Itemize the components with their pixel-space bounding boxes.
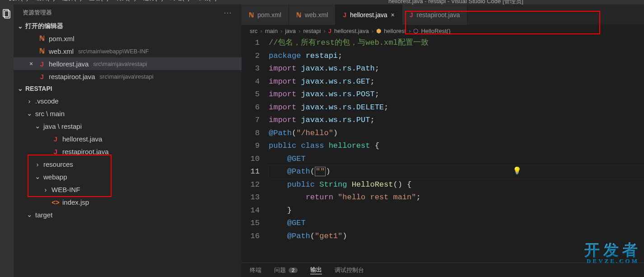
java-icon: J: [38, 73, 46, 80]
panel-tab[interactable]: 问题2: [274, 266, 298, 274]
close-icon[interactable]: ×: [391, 11, 395, 19]
breadcrumb-segment[interactable]: restapi: [303, 28, 321, 34]
folder-name: WEB-INF: [51, 186, 80, 193]
activity-bar: [0, 5, 14, 277]
file-path: src\main\webapp\WEB-INF: [78, 48, 149, 55]
open-editor-item[interactable]: Jrestapiroot.javasrc\main\java\restapi: [14, 70, 242, 83]
explorer-title: 资源管理器: [23, 9, 52, 17]
folder-name: webapp: [43, 173, 67, 181]
tree-item[interactable]: <>index.jsp: [14, 196, 242, 208]
tree-item[interactable]: ›resources: [14, 158, 242, 170]
open-editors-list: ℕpom.xmlℕweb.xmlsrc\main\webapp\WEB-INF×…: [14, 32, 242, 83]
code-line[interactable]: @Path("/hello"): [269, 127, 644, 140]
code-line[interactable]: @Path(""): [269, 165, 644, 178]
tree-item[interactable]: ›WEB-INF: [14, 183, 242, 196]
open-editor-item[interactable]: ℕpom.xml: [14, 32, 242, 45]
more-icon[interactable]: ⋯: [224, 8, 233, 18]
tree-item[interactable]: ›.vscode: [14, 94, 242, 107]
code-line[interactable]: import javax.ws.rs.GET;: [269, 75, 644, 89]
breadcrumb-segment[interactable]: src: [250, 28, 257, 34]
tree-item[interactable]: ⌄src \ main: [14, 107, 242, 120]
line-number: 13: [242, 191, 260, 204]
menu-item[interactable]: 终端(T): [170, 0, 190, 2]
tree-item[interactable]: Jhellorest.java: [14, 132, 242, 145]
menu-item[interactable]: 帮助(H): [197, 0, 217, 2]
code-line[interactable]: import javax.ws.rs.Path;: [269, 62, 644, 75]
line-number: 15: [242, 217, 260, 230]
breadcrumb-segment[interactable]: main: [265, 28, 278, 34]
tab-label: restapiroot.java: [417, 11, 460, 19]
tree-item[interactable]: ⌄java \ restapi: [14, 120, 242, 132]
panel-tab[interactable]: 终端: [250, 266, 261, 274]
file-name: pom.xml: [49, 35, 75, 42]
close-icon[interactable]: ×: [27, 60, 35, 67]
tree-item[interactable]: ⌄webapp: [14, 170, 242, 183]
tree-item[interactable]: Jrestapiroot.java: [14, 145, 242, 158]
folder-name: resources: [43, 160, 73, 168]
code-line[interactable]: import javax.ws.rs.PUT;: [269, 114, 644, 127]
lightbulb-icon[interactable]: 💡: [513, 166, 522, 175]
breadcrumb-segment[interactable]: java: [285, 28, 296, 34]
xml-icon: ℕ: [38, 34, 46, 42]
open-editor-item[interactable]: ℕweb.xmlsrc\main\webapp\WEB-INF: [14, 45, 242, 57]
code-line[interactable]: public String HelloRest() {: [269, 178, 644, 192]
folder-name: java \ restapi: [43, 122, 82, 130]
line-number: 11: [242, 165, 260, 178]
tab-label: hellorest.java: [350, 11, 387, 19]
code-line[interactable]: //包名，所有rest的包，与web.xml配置一致: [269, 37, 644, 50]
code-lines[interactable]: //包名，所有rest的包，与web.xml配置一致package restap…: [269, 37, 644, 263]
file-name: index.jsp: [62, 198, 89, 206]
chevron-icon: ⌄: [26, 109, 33, 117]
line-number: 2: [242, 50, 260, 63]
menu-item[interactable]: 转到(G): [116, 0, 136, 2]
code-line[interactable]: import javax.ws.rs.DELETE;: [269, 101, 644, 114]
breadcrumb-class[interactable]: hellorest: [384, 28, 406, 34]
code-line[interactable]: }: [269, 204, 644, 217]
line-gutter: 12345678910111213141516: [242, 37, 269, 263]
xml-icon: ℕ: [296, 11, 301, 19]
line-number: 12: [242, 178, 260, 192]
menu-item[interactable]: 运行(R): [143, 0, 163, 2]
chevron-icon: ›: [34, 160, 41, 168]
code-line[interactable]: package restapi;: [269, 50, 644, 63]
breadcrumb[interactable]: src›main›java›restapi›Jhellorest.java›⬢h…: [242, 25, 644, 37]
tree-item[interactable]: ⌄target: [14, 208, 242, 221]
editor-tab[interactable]: ℕpom.xml: [242, 5, 289, 25]
explorer-icon[interactable]: [1, 8, 12, 19]
explorer-sidebar: 资源管理器 ⋯ ⌄ 打开的编辑器 ℕpom.xmlℕweb.xmlsrc\mai…: [14, 5, 242, 277]
java-icon: J: [343, 11, 346, 19]
panel-tab[interactable]: 调试控制台: [335, 266, 364, 274]
tab-label: web.xml: [305, 11, 328, 19]
code-line[interactable]: @GET: [269, 217, 644, 230]
breadcrumb-method[interactable]: HelloRest(): [421, 28, 450, 34]
code-line[interactable]: public class hellorest {: [269, 140, 644, 153]
code-line[interactable]: @Path("get1"): [269, 230, 644, 243]
code-editor[interactable]: 12345678910111213141516 //包名，所有rest的包，与w…: [242, 37, 644, 263]
chevron-down-icon: ⌄: [17, 85, 23, 92]
chevron-icon: ›: [26, 97, 33, 105]
project-name: RESTAPI: [25, 85, 52, 92]
menu-item[interactable]: 文件(F): [9, 0, 28, 2]
menu-item[interactable]: 选择(S): [62, 0, 82, 2]
line-number: 6: [242, 101, 260, 114]
code-line[interactable]: @GET: [269, 153, 644, 166]
open-editors-header[interactable]: ⌄ 打开的编辑器: [14, 20, 242, 32]
line-number: 8: [242, 127, 260, 140]
menu-item[interactable]: 查看(V): [89, 0, 108, 2]
code-line[interactable]: return "hello rest main";: [269, 191, 644, 204]
breadcrumb-file[interactable]: hellorest.java: [334, 28, 369, 34]
panel-tab[interactable]: 输出: [310, 266, 322, 274]
project-header[interactable]: ⌄ RESTAPI: [14, 83, 242, 94]
chevron-right-icon: ›: [299, 28, 300, 34]
chevron-icon: ⌄: [26, 211, 33, 219]
menu-item[interactable]: 编辑(E): [36, 0, 55, 2]
editor-tab[interactable]: ℕweb.xml: [289, 5, 336, 25]
code-line[interactable]: import javax.ws.rs.POST;: [269, 88, 644, 101]
editor-tab[interactable]: Jhellorest.java×: [336, 5, 402, 25]
xml-icon: ℕ: [38, 47, 46, 55]
folder-name: src \ main: [35, 110, 65, 117]
open-editors-label: 打开的编辑器: [25, 22, 63, 30]
open-editor-item[interactable]: ×Jhellorest.javasrc\main\java\restapi: [14, 57, 242, 70]
file-path: src\main\java\restapi: [93, 61, 147, 67]
editor-tab[interactable]: Jrestapiroot.java: [402, 5, 468, 25]
